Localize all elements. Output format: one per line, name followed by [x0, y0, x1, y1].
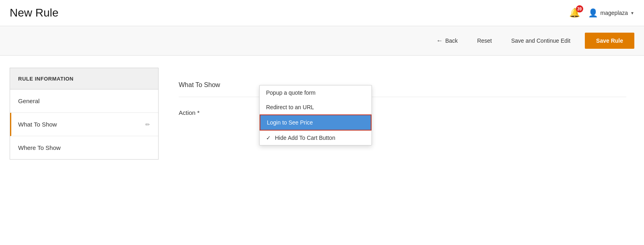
dropdown-option-login[interactable]: Login to See Price: [260, 114, 372, 131]
back-button[interactable]: ← Back: [431, 34, 462, 48]
what-to-show-field-label: What To Show: [179, 80, 259, 89]
sidebar-item-where-to-show-label: Where To Show: [18, 144, 61, 151]
toolbar: ← Back Reset Save and Continue Edit Save…: [0, 26, 644, 56]
edit-icon: ✏: [145, 121, 150, 128]
sidebar-header: RULE INFORMATION: [10, 68, 158, 89]
sidebar-item-general[interactable]: General: [10, 89, 158, 113]
required-star: *: [197, 109, 200, 116]
sidebar-panel: RULE INFORMATION General What To Show ✏ …: [10, 68, 159, 160]
action-field-label: Action *: [179, 109, 259, 116]
header-right: 🔔 39 👤 mageplaza ▼: [569, 8, 634, 18]
content-area: What To Show Popup a quote form Redirect…: [171, 68, 634, 205]
sidebar-item-where-to-show[interactable]: Where To Show: [10, 136, 158, 159]
save-continue-button[interactable]: Save and Continue Edit: [506, 34, 575, 47]
sidebar-item-what-to-show[interactable]: What To Show ✏: [10, 113, 158, 136]
user-dropdown-arrow-icon: ▼: [630, 11, 634, 15]
action-row: Action * Hide Add To Cart Button: [179, 97, 626, 128]
reset-button[interactable]: Reset: [472, 34, 497, 47]
save-rule-button[interactable]: Save Rule: [585, 33, 634, 49]
dropdown-option-hide-cart[interactable]: Hide Add To Cart Button: [260, 131, 372, 145]
notification-bell[interactable]: 🔔 39: [569, 8, 580, 18]
user-menu[interactable]: 👤 mageplaza ▼: [588, 8, 634, 18]
page-header: New Rule 🔔 39 👤 mageplaza ▼: [0, 0, 644, 26]
page-title: New Rule: [10, 6, 58, 19]
what-to-show-row: What To Show Popup a quote form Redirect…: [179, 72, 626, 97]
sidebar-section-title: RULE INFORMATION: [18, 76, 74, 82]
back-arrow-icon: ←: [436, 37, 443, 44]
what-to-show-field-content: Popup a quote form Redirect to an URL Lo…: [259, 80, 626, 86]
sidebar: RULE INFORMATION General What To Show ✏ …: [10, 68, 159, 205]
sidebar-item-general-label: General: [18, 98, 39, 104]
dropdown-option-redirect[interactable]: Redirect to an URL: [260, 100, 372, 114]
what-to-show-dropdown-menu[interactable]: Popup a quote form Redirect to an URL Lo…: [259, 85, 372, 145]
dropdown-option-popup[interactable]: Popup a quote form: [260, 85, 372, 100]
main-content: RULE INFORMATION General What To Show ✏ …: [0, 56, 644, 217]
sidebar-item-what-to-show-label: What To Show: [18, 121, 57, 128]
user-name: mageplaza: [601, 10, 628, 16]
user-icon: 👤: [588, 8, 598, 18]
notification-badge: 39: [576, 5, 583, 12]
